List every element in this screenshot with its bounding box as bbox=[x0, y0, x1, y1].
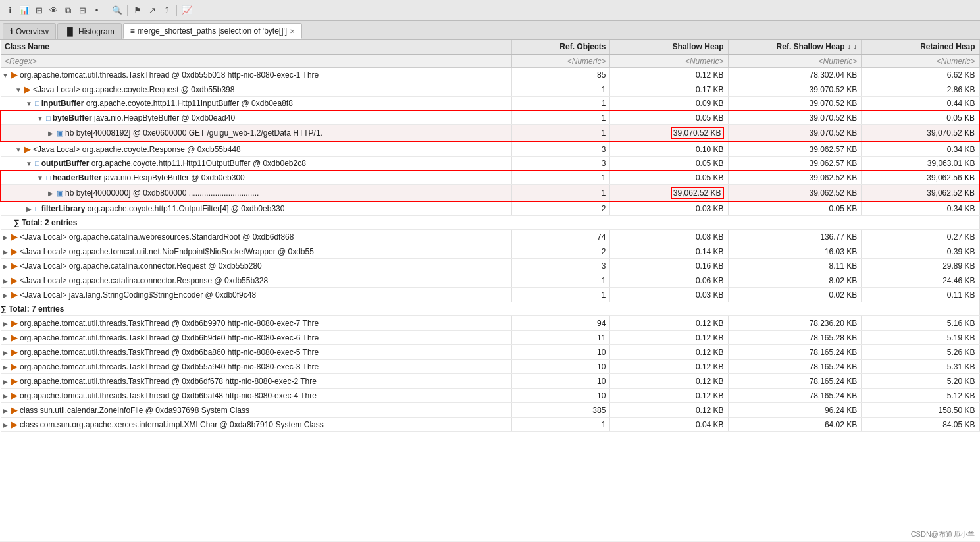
chart2-icon[interactable]: 📈 bbox=[181, 5, 193, 16]
col-header-ref-objects[interactable]: Ref. Objects bbox=[512, 40, 610, 55]
table-row[interactable]: ▶▶class com.sun.org.apache.xerces.intern… bbox=[1, 418, 979, 432]
table-body: ▼▶org.apache.tomcat.util.threads.TaskThr… bbox=[1, 68, 979, 432]
table-row[interactable]: ▶□filterLibrary org.apache.coyote.http11… bbox=[1, 202, 979, 216]
table-row[interactable]: ▼□headerBuffer java.nio.HeapByteBuffer @… bbox=[1, 171, 979, 185]
table-row[interactable]: ▶▶class sun.util.calendar.ZoneInfoFile @… bbox=[1, 403, 979, 418]
tree-expand-icon[interactable]: ▶ bbox=[1, 277, 10, 285]
export-icon[interactable]: ⤴ bbox=[161, 5, 172, 16]
tree-expand-icon[interactable]: ▶ bbox=[1, 421, 10, 429]
pages-icon[interactable]: ⊞ bbox=[33, 5, 45, 16]
table-row[interactable]: ∑ Total: 2 entries bbox=[1, 216, 979, 230]
tree-expand-icon[interactable]: ▼ bbox=[14, 146, 23, 153]
ref-objects-cell: 1 bbox=[512, 111, 610, 125]
tree-expand-icon[interactable]: ▼ bbox=[24, 160, 34, 167]
table-row[interactable]: ▼▶org.apache.tomcat.util.threads.TaskThr… bbox=[1, 68, 979, 82]
tab-overview[interactable]: ℹ Overview bbox=[3, 23, 56, 39]
object-type-icon: □ bbox=[35, 205, 39, 213]
tree-expand-icon[interactable]: ▶ bbox=[46, 190, 55, 197]
tree-expand-icon[interactable]: ▶ bbox=[24, 205, 34, 213]
table-row[interactable]: ▼□byteBuffer java.nio.HeapByteBuffer @ 0… bbox=[1, 111, 979, 125]
tree-expand-icon[interactable]: ▶ bbox=[1, 378, 10, 385]
dot-icon[interactable]: • bbox=[91, 5, 103, 16]
tree-expand-icon[interactable]: ▶ bbox=[1, 407, 10, 414]
tab-overview-label: Overview bbox=[16, 27, 49, 36]
retained-heap-cell: 0.27 KB bbox=[862, 230, 979, 244]
search-icon[interactable]: 🔍 bbox=[111, 5, 123, 16]
filter-retained-heap[interactable]: <Numeric> bbox=[862, 55, 979, 68]
tree-expand-icon[interactable]: ▶ bbox=[1, 349, 10, 356]
tree-expand-icon[interactable]: ▼ bbox=[14, 86, 23, 94]
table-row[interactable]: ▶▣hb byte[40008192] @ 0xe0600000 GET /gu… bbox=[1, 125, 979, 142]
table-row[interactable]: ▼□inputBuffer org.apache.coyote.http11.H… bbox=[1, 97, 979, 111]
table-row[interactable]: ▶▶org.apache.tomcat.util.threads.TaskThr… bbox=[1, 360, 979, 374]
object-type-icon: □ bbox=[46, 114, 51, 122]
tab-overview-icon: ℹ bbox=[10, 27, 13, 36]
ref-shallow-heap-cell: 39,070.52 KB bbox=[728, 97, 862, 111]
class-name-text: org.apache.tomcat.util.threads.TaskThrea… bbox=[20, 362, 319, 371]
separator3 bbox=[176, 5, 177, 16]
retained-heap-cell: 0.05 KB bbox=[862, 111, 979, 125]
table-row[interactable]: ▼□outputBuffer org.apache.coyote.http11.… bbox=[1, 157, 979, 171]
tabs-bar: ℹ Overview ▐▌ Histogram ≡ merge_shortest… bbox=[0, 21, 980, 40]
filter-shallow-heap[interactable]: <Numeric> bbox=[610, 55, 728, 68]
ref-icon[interactable]: ↗ bbox=[146, 5, 158, 16]
tree-expand-icon[interactable]: ▼ bbox=[36, 175, 45, 182]
tree-expand-icon[interactable]: ▶ bbox=[1, 263, 10, 270]
table-row[interactable]: ▶▶<Java Local> org.apache.catalina.webre… bbox=[1, 230, 979, 244]
retained-heap-cell: 0.11 KB bbox=[862, 288, 979, 302]
tree-expand-icon[interactable]: ▶ bbox=[1, 248, 10, 256]
filter-ref-objects[interactable]: <Numeric> bbox=[512, 55, 610, 68]
info-icon[interactable]: ℹ bbox=[4, 5, 16, 16]
table-row[interactable]: ▶▣hb byte[40000000] @ 0xdb800000 .......… bbox=[1, 185, 979, 202]
table-row[interactable]: ▶▶<Java Local> org.apache.catalina.conne… bbox=[1, 259, 979, 273]
data-table: Class Name Ref. Objects Shallow Heap Ref… bbox=[0, 40, 980, 432]
flag-icon[interactable]: ⚑ bbox=[132, 5, 143, 16]
tab-merge-paths[interactable]: ≡ merge_shortest_paths [selection of 'by… bbox=[123, 23, 302, 39]
tree-expand-icon[interactable]: ▶ bbox=[1, 292, 10, 299]
class-name-text: outputBuffer org.apache.coyote.http11.Ht… bbox=[41, 159, 306, 168]
tree-expand-icon[interactable]: ▶ bbox=[1, 320, 10, 327]
class-name-text: <Java Local> org.apache.coyote.Request @… bbox=[33, 85, 234, 94]
table-row[interactable]: ∑ Total: 7 entries bbox=[1, 302, 979, 316]
filter-class-name[interactable]: <Regex> bbox=[1, 55, 512, 68]
col-header-ref-shallow-heap[interactable]: Ref. Shallow Heap ↓ bbox=[728, 40, 862, 55]
tab-histogram[interactable]: ▐▌ Histogram bbox=[57, 23, 122, 39]
table-row[interactable]: ▶▶org.apache.tomcat.util.threads.TaskThr… bbox=[1, 345, 979, 360]
table-row[interactable]: ▶▶org.apache.tomcat.util.threads.TaskThr… bbox=[1, 389, 979, 403]
col-header-shallow-heap[interactable]: Shallow Heap bbox=[610, 40, 728, 55]
table-row[interactable]: ▶▶<Java Local> java.lang.StringCoding$St… bbox=[1, 288, 979, 302]
grid-icon[interactable]: ⊟ bbox=[76, 5, 88, 16]
separator1 bbox=[107, 5, 107, 16]
ref-shallow-heap-cell: 39,070.52 KB bbox=[728, 125, 862, 142]
tree-expand-icon[interactable]: ▼ bbox=[1, 72, 10, 79]
ref-objects-cell: 74 bbox=[512, 230, 610, 244]
table-row[interactable]: ▶▶org.apache.tomcat.util.threads.TaskThr… bbox=[1, 316, 979, 331]
tab-merge-icon: ≡ bbox=[130, 26, 135, 36]
tree-expand-icon[interactable]: ▼ bbox=[36, 115, 45, 122]
bar-chart-icon[interactable]: 📊 bbox=[18, 5, 30, 16]
tab-close-icon[interactable]: ✕ bbox=[290, 28, 295, 35]
table-row[interactable]: ▶▶org.apache.tomcat.util.threads.TaskThr… bbox=[1, 331, 979, 345]
col-header-retained-heap[interactable]: Retained Heap bbox=[862, 40, 979, 55]
table-row[interactable]: ▶▶org.apache.tomcat.util.threads.TaskThr… bbox=[1, 374, 979, 389]
tree-expand-icon[interactable]: ▶ bbox=[46, 130, 55, 137]
ref-shallow-heap-cell: 0.05 KB bbox=[728, 202, 862, 216]
tree-expand-icon[interactable]: ▶ bbox=[1, 364, 10, 371]
class-name-text: <Java Local> org.apache.catalina.connect… bbox=[20, 261, 262, 271]
table-row[interactable]: ▶▶<Java Local> org.apache.catalina.conne… bbox=[1, 273, 979, 288]
tree-expand-icon[interactable]: ▼ bbox=[24, 100, 34, 107]
filter-ref-shallow-heap[interactable]: <Numeric> bbox=[728, 55, 862, 68]
table-row[interactable]: ▼▶<Java Local> org.apache.coyote.Respons… bbox=[1, 142, 979, 157]
retained-heap-cell: 5.16 KB bbox=[862, 316, 979, 331]
tree-expand-icon[interactable]: ▶ bbox=[1, 335, 10, 342]
layers-icon[interactable]: ⧉ bbox=[62, 5, 74, 16]
table-row[interactable]: ▼▶<Java Local> org.apache.coyote.Request… bbox=[1, 82, 979, 97]
tree-expand-icon[interactable]: ▶ bbox=[1, 234, 10, 241]
shallow-heap-cell: 0.12 KB bbox=[610, 345, 728, 360]
table-row[interactable]: ▶▶<Java Local> org.apache.tomcat.util.ne… bbox=[1, 244, 979, 259]
tree-expand-icon[interactable]: ▶ bbox=[1, 393, 10, 400]
col-header-class-name[interactable]: Class Name bbox=[1, 40, 512, 55]
ref-shallow-heap-cell: 8.02 KB bbox=[728, 273, 862, 288]
eye-icon[interactable]: 👁 bbox=[47, 5, 59, 16]
class-name-text: class sun.util.calendar.ZoneInfoFile @ 0… bbox=[20, 406, 249, 415]
